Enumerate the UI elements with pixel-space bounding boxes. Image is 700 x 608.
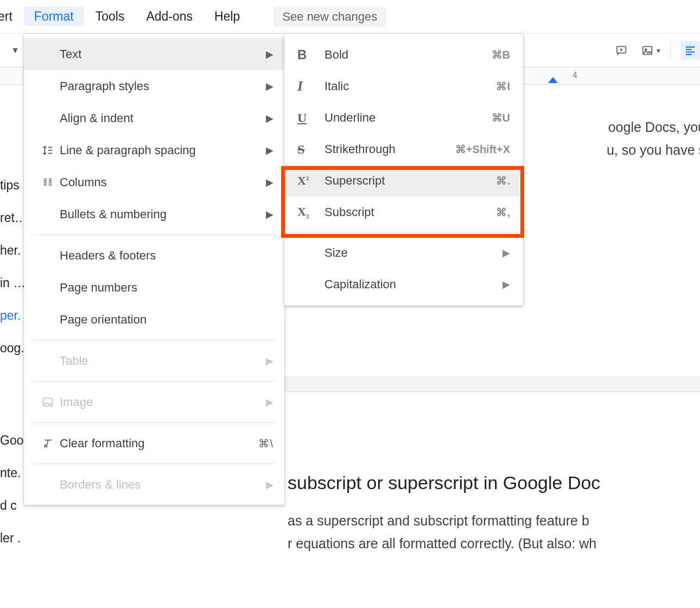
menu-label: Table	[60, 354, 266, 368]
chevron-right-icon: ▶	[266, 355, 273, 367]
menu-separator	[34, 235, 275, 235]
submenu-capitalization[interactable]: Capitalization ▶	[284, 269, 523, 300]
menu-borders-lines: Borders & lines ▶	[24, 468, 284, 501]
text-submenu: B Bold ⌘B I Italic ⌘I U Underline ⌘U S S…	[284, 34, 523, 306]
chevron-right-icon: ▶	[266, 112, 273, 124]
menu-format[interactable]: Format	[24, 7, 84, 26]
columns-icon	[36, 176, 60, 188]
menu-separator	[34, 381, 275, 382]
submenu-shortcut: ⌘B	[492, 48, 510, 61]
toolbar-divider	[670, 42, 671, 59]
line-spacing-icon	[36, 144, 60, 156]
submenu-subscript[interactable]: X2 Subscript ⌘,	[284, 197, 523, 228]
left-fragment[interactable]: per.	[0, 308, 21, 323]
menu-table: Table ▶	[24, 345, 284, 377]
menu-line-spacing[interactable]: Line & paragraph spacing ▶	[24, 134, 284, 166]
menu-clear-formatting[interactable]: Clear formatting ⌘\	[24, 427, 284, 459]
ruler-mark: 4	[572, 71, 577, 80]
menu-label: Paragraph styles	[60, 79, 266, 93]
insert-image-button[interactable]	[641, 41, 660, 60]
submenu-size[interactable]: Size ▶	[284, 237, 523, 269]
menu-shortcut: ⌘\	[258, 437, 273, 450]
menu-bullets-numbering[interactable]: Bullets & numbering ▶	[24, 198, 284, 230]
left-fragment: ler .	[0, 531, 21, 546]
chevron-right-icon: ▶	[266, 479, 273, 491]
left-fragment: nte.	[0, 466, 21, 480]
submenu-shortcut: ⌘I	[496, 80, 510, 93]
subscript-icon: X2	[297, 205, 324, 219]
menu-separator	[297, 232, 510, 233]
menu-paragraph-styles[interactable]: Paragraph styles ▶	[24, 70, 284, 102]
menu-label: Image	[60, 395, 266, 409]
left-fragment: oog.	[0, 341, 24, 356]
add-comment-button[interactable]	[612, 41, 631, 60]
menu-label: Columns	[60, 175, 266, 189]
document-text: oogle Docs, you	[608, 119, 700, 135]
document-heading: subscript or superscript in Google Doc	[288, 472, 700, 493]
submenu-label: Capitalization	[324, 277, 502, 292]
chevron-right-icon: ▶	[266, 144, 273, 156]
submenu-label: Subscript	[324, 205, 496, 219]
menu-page-numbers[interactable]: Page numbers	[24, 271, 284, 303]
submenu-bold[interactable]: B Bold ⌘B	[284, 39, 523, 71]
document-text: as a superscript and subscript formattin…	[288, 513, 700, 529]
document-text: r equations are all formatted correctly.…	[288, 536, 700, 552]
left-fragment: in …	[0, 276, 26, 290]
menu-separator	[34, 422, 275, 423]
menu-separator	[34, 464, 275, 464]
menu-label: Bullets & numbering	[60, 207, 266, 221]
left-fragment: tips	[0, 178, 20, 193]
menu-tools[interactable]: Tools	[86, 7, 135, 26]
submenu-shortcut: ⌘,	[496, 206, 510, 219]
menu-label: Borders & lines	[60, 478, 266, 492]
indent-marker-icon[interactable]	[548, 77, 558, 83]
menu-label: Headers & footers	[60, 249, 273, 263]
superscript-icon: X2	[297, 174, 324, 188]
toolbar-left-caret-icon[interactable]: ▼	[11, 46, 20, 55]
image-icon	[641, 45, 653, 56]
menu-columns[interactable]: Columns ▶	[24, 166, 284, 198]
menu-label: Align & indent	[60, 111, 266, 125]
menu-help[interactable]: Help	[205, 7, 250, 26]
menu-bar: ert Format Tools Add-ons Help See new ch…	[0, 0, 700, 34]
submenu-label: Italic	[324, 79, 496, 93]
svg-point-2	[645, 48, 646, 50]
image-icon	[36, 396, 60, 408]
left-fragment: ret…	[0, 211, 27, 225]
strikethrough-icon: S	[297, 142, 324, 157]
format-dropdown: Text ▶ Paragraph styles ▶ Align & indent…	[24, 34, 284, 505]
comment-plus-icon	[615, 45, 627, 56]
left-fragment: d c	[0, 498, 17, 513]
menu-label: Page orientation	[60, 313, 273, 327]
submenu-underline[interactable]: U Underline ⌘U	[284, 102, 523, 134]
chevron-right-icon: ▶	[502, 247, 510, 259]
submenu-shortcut: ⌘+Shift+X	[455, 143, 510, 156]
menu-align-indent[interactable]: Align & indent ▶	[24, 102, 284, 134]
submenu-shortcut: ⌘.	[496, 174, 510, 187]
submenu-strikethrough[interactable]: S Strikethrough ⌘+Shift+X	[284, 134, 523, 165]
clear-format-icon	[36, 438, 60, 449]
menu-label: Line & paragraph spacing	[60, 143, 266, 157]
menu-label: Page numbers	[60, 281, 273, 295]
menu-page-orientation[interactable]: Page orientation	[24, 303, 284, 335]
italic-icon: I	[297, 78, 324, 94]
chevron-right-icon: ▶	[266, 176, 273, 188]
menu-insert[interactable]: ert	[0, 7, 22, 26]
align-left-icon	[684, 45, 696, 56]
submenu-superscript[interactable]: X2 Superscript ⌘.	[284, 165, 523, 197]
document-text: u, so you have s	[607, 142, 700, 158]
submenu-label: Superscript	[324, 174, 496, 188]
chevron-right-icon: ▶	[502, 278, 510, 290]
menu-separator	[34, 340, 275, 340]
chevron-right-icon: ▶	[266, 208, 273, 220]
submenu-label: Bold	[324, 48, 492, 62]
chevron-right-icon: ▶	[266, 396, 273, 408]
menu-addons[interactable]: Add-ons	[136, 7, 202, 26]
submenu-italic[interactable]: I Italic ⌘I	[284, 71, 523, 102]
menu-headers-footers[interactable]: Headers & footers	[24, 239, 284, 271]
align-left-button[interactable]	[680, 41, 700, 60]
menu-text[interactable]: Text ▶	[24, 38, 284, 70]
chevron-right-icon: ▶	[266, 48, 273, 60]
submenu-shortcut: ⌘U	[492, 111, 510, 124]
see-new-changes-button[interactable]: See new changes	[273, 7, 386, 27]
